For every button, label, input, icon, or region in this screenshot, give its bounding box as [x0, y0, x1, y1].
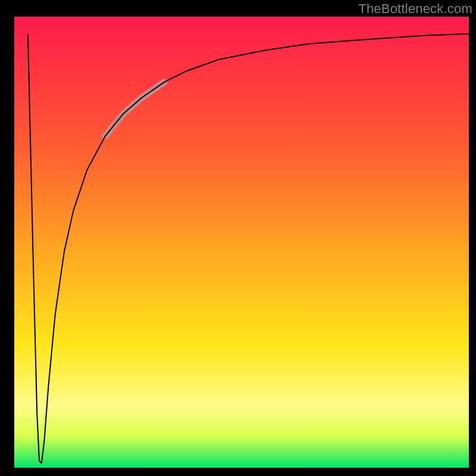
watermark-label: TheBottleneck.com: [358, 1, 472, 17]
bottleneck-curve-plot: [0, 0, 476, 476]
chart-stage: TheBottleneck.com: [0, 0, 476, 476]
svg-rect-1: [14, 17, 469, 468]
